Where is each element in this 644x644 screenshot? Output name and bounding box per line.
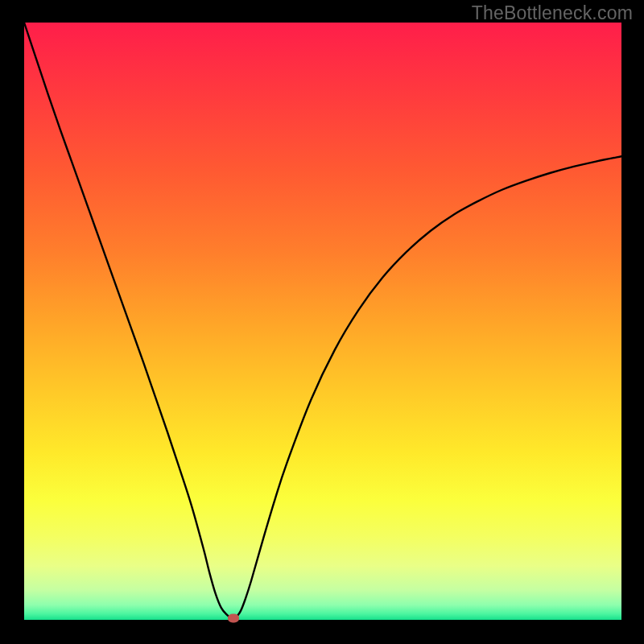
watermark-text: TheBottleneck.com [472, 2, 633, 24]
minimum-marker-dot [228, 613, 239, 622]
chart-svg [24, 23, 621, 620]
plot-area [24, 23, 621, 620]
chart-frame: TheBottleneck.com [0, 0, 644, 644]
gradient-background [24, 23, 621, 620]
